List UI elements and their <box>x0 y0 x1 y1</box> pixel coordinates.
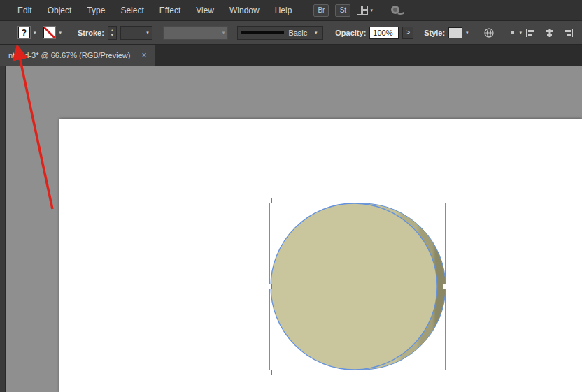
align-left-button[interactable] <box>525 28 536 38</box>
workspace <box>0 66 582 392</box>
document-tab-bar: ntitled-3* @ 66.67% (RGB/Preview) × <box>0 45 582 66</box>
document-tab-title: ntitled-3* @ 66.67% (RGB/Preview) <box>8 51 130 59</box>
menu-type[interactable]: Type <box>79 6 113 15</box>
width-profile-dropdown[interactable]: ▾ <box>163 26 229 40</box>
illustrator-window: Edit Object Type Select Effect View Wind… <box>0 0 582 392</box>
sync-icon[interactable] <box>389 5 404 15</box>
fill-color-swatch[interactable]: ? <box>18 27 30 38</box>
align-center-button[interactable] <box>544 28 555 38</box>
bridge-button[interactable]: Br <box>313 4 329 17</box>
align-right-button[interactable] <box>563 28 574 38</box>
menu-object[interactable]: Object <box>40 6 80 15</box>
stepper-up-icon: ▴ <box>111 28 113 32</box>
tools-panel-edge <box>0 66 6 392</box>
align-group <box>525 28 576 38</box>
stroke-label: Stroke: <box>78 29 104 37</box>
opacity-input[interactable]: 100% <box>369 27 399 39</box>
opacity-expand-button[interactable]: > <box>402 27 413 39</box>
brush-definition-dropdown[interactable]: Basic ▾ <box>237 26 323 40</box>
stroke-weight-dropdown[interactable]: ▾ <box>120 26 152 40</box>
brush-chevron-button[interactable]: ▾ <box>311 27 320 39</box>
menu-view[interactable]: View <box>188 6 222 15</box>
brush-name-label: Basic <box>288 29 307 37</box>
arrange-icon <box>508 28 518 37</box>
brush-stroke-preview <box>240 29 285 36</box>
stroke-weight-stepper[interactable]: ▴ ▾ <box>108 26 117 40</box>
menubar: Edit Object Type Select Effect View Wind… <box>0 0 582 21</box>
menu-effect[interactable]: Effect <box>152 6 188 15</box>
menu-window[interactable]: Window <box>222 6 267 15</box>
stock-button[interactable]: St <box>335 4 350 17</box>
stroke-color-swatch[interactable] <box>43 27 55 38</box>
chevron-down-icon: ▾ <box>146 30 149 35</box>
opacity-label: Opacity: <box>335 29 366 37</box>
fill-chevron-down-icon[interactable]: ▾ <box>34 30 36 35</box>
workspace-icon <box>357 6 368 15</box>
chevron-down-icon: ▾ <box>315 30 318 35</box>
style-swatch[interactable] <box>448 27 462 38</box>
chevron-down-icon: ▾ <box>520 30 523 35</box>
artboard[interactable] <box>59 119 582 392</box>
tab-close-icon[interactable]: × <box>141 50 146 60</box>
globe-icon[interactable] <box>483 27 495 38</box>
stepper-down-icon: ▾ <box>111 33 113 37</box>
stroke-chevron-down-icon[interactable]: ▾ <box>59 30 62 35</box>
arrange-dropdown-button[interactable]: ▾ <box>508 28 523 37</box>
style-chevron-down-icon[interactable]: ▾ <box>466 30 469 35</box>
menu-edit[interactable]: Edit <box>10 6 40 15</box>
control-bar: ? ▾ ▾ Stroke: ▴ ▾ ▾ ▾ Basic ▾ Opacity: 1… <box>0 21 582 45</box>
menu-select[interactable]: Select <box>113 6 151 15</box>
chevron-down-icon: ▾ <box>370 8 373 13</box>
document-tab[interactable]: ntitled-3* @ 66.67% (RGB/Preview) × <box>0 45 155 66</box>
menu-help[interactable]: Help <box>267 6 300 15</box>
workspace-switcher-button[interactable]: ▾ <box>357 6 373 15</box>
unknown-fill-label: ? <box>22 28 27 38</box>
chevron-down-icon: ▾ <box>222 30 225 35</box>
style-label: Style: <box>424 29 445 37</box>
